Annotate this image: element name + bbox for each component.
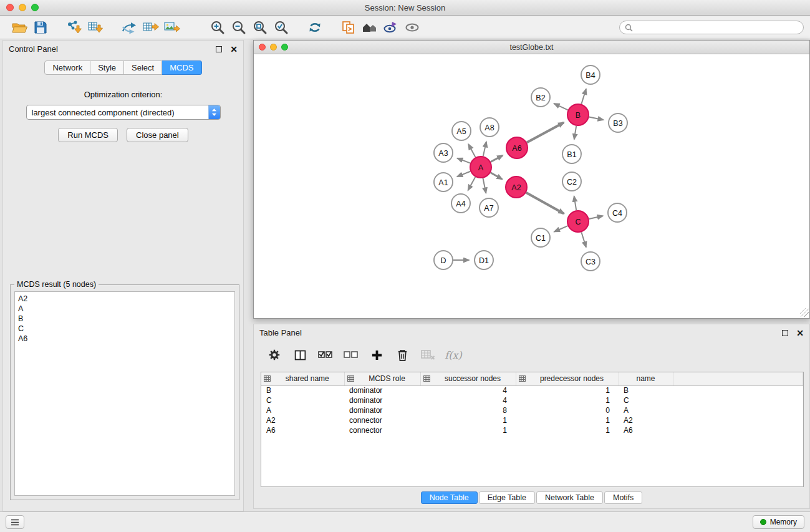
network-node-A4[interactable]: A4 — [451, 194, 470, 213]
delete-row-button[interactable] — [394, 347, 410, 362]
network-canvas[interactable]: A5A8A3AA1A4A7A6A2B2B4BB3B1C2C4CC1C3DD1 — [254, 54, 809, 317]
column-header-mcds-role[interactable]: MCDS role — [344, 372, 420, 385]
zoom-out-button[interactable] — [228, 18, 249, 37]
import-table-button[interactable] — [85, 18, 106, 37]
table-settings-button[interactable] — [266, 347, 282, 362]
float-panel-icon[interactable] — [216, 46, 222, 52]
table-cell[interactable]: A2 — [619, 415, 673, 425]
tab-mcds[interactable]: MCDS — [162, 60, 201, 75]
table-cell[interactable]: connector — [344, 425, 420, 435]
close-window-icon[interactable] — [6, 4, 14, 11]
network-node-C2[interactable]: C2 — [562, 172, 581, 191]
network-edge-A6-B[interactable] — [527, 122, 564, 142]
network-node-A8[interactable]: A8 — [480, 118, 499, 137]
column-header-name[interactable]: name — [619, 372, 673, 385]
tab-style[interactable]: Style — [90, 60, 124, 75]
save-session-button[interactable] — [30, 18, 51, 37]
table-cell[interactable]: A6 — [619, 425, 673, 435]
table-cell[interactable]: C — [619, 395, 673, 405]
column-header-successor-nodes[interactable]: successor nodes — [420, 372, 516, 385]
network-node-A7[interactable]: A7 — [480, 198, 498, 217]
tab-edge-table[interactable]: Edge Table — [479, 491, 535, 504]
network-edge-B-B3[interactable] — [589, 117, 604, 120]
float-table-panel-icon[interactable] — [782, 330, 788, 336]
network-node-A2[interactable]: A2 — [506, 177, 527, 198]
table-row[interactable]: A6connector11A6 — [261, 425, 803, 435]
network-edge-A-A7[interactable] — [483, 178, 486, 193]
table-cell[interactable] — [673, 415, 803, 425]
run-mcds-button[interactable]: Run MCDS — [58, 128, 118, 142]
mcds-result-item[interactable]: B — [18, 314, 231, 324]
network-edge-A2-C[interactable] — [526, 193, 564, 214]
table-cell[interactable]: C — [261, 395, 344, 405]
network-edge-C-C4[interactable] — [589, 216, 603, 219]
network-node-C1[interactable]: C1 — [531, 228, 550, 247]
tab-network-table[interactable]: Network Table — [536, 491, 603, 504]
tab-motifs[interactable]: Motifs — [604, 491, 642, 504]
mcds-result-item[interactable]: A6 — [18, 334, 231, 344]
network-edge-A-A3[interactable] — [457, 158, 470, 163]
network-node-C4[interactable]: C4 — [608, 203, 627, 222]
network-node-B3[interactable]: B3 — [609, 114, 627, 132]
minimize-network-window-icon[interactable] — [270, 44, 277, 51]
network-edge-A-A4[interactable] — [468, 177, 476, 190]
mcds-result-item[interactable]: A — [18, 304, 231, 314]
table-cell[interactable]: 4 — [420, 395, 516, 405]
network-node-A[interactable]: A — [470, 157, 491, 178]
deselect-all-button[interactable] — [343, 347, 359, 362]
refresh-button[interactable] — [304, 18, 325, 37]
close-panel-button[interactable]: Close panel — [127, 128, 188, 142]
close-table-panel-icon[interactable]: ✕ — [796, 330, 804, 336]
network-edge-C-C2[interactable] — [574, 196, 577, 211]
network-node-A6[interactable]: A6 — [506, 137, 528, 158]
network-node-D[interactable]: D — [434, 251, 453, 269]
table-cell[interactable]: dominator — [344, 405, 420, 415]
column-header-predecessor-nodes[interactable]: predecessor nodes — [516, 372, 619, 385]
table-cell[interactable]: 1 — [516, 395, 619, 405]
table-cell[interactable]: A — [619, 405, 673, 415]
show-graphics-details-button[interactable] — [380, 18, 402, 37]
network-edge-A-A5[interactable] — [468, 144, 475, 157]
table-cell[interactable]: A — [261, 405, 344, 415]
search-box[interactable] — [619, 21, 804, 34]
table-row[interactable]: Adominator80A — [261, 405, 803, 415]
table-row[interactable]: A2connector11A2 — [261, 415, 803, 425]
mcds-result-item[interactable]: C — [18, 324, 231, 334]
network-edge-A-A1[interactable] — [457, 172, 470, 177]
table-cell[interactable]: B — [619, 385, 673, 395]
export-table-button[interactable] — [140, 18, 161, 37]
table-row[interactable]: Cdominator41C — [261, 395, 803, 405]
column-header-shared-name[interactable]: shared name — [261, 372, 344, 385]
network-node-C3[interactable]: C3 — [581, 252, 600, 271]
network-edge-B-B1[interactable] — [574, 126, 576, 140]
network-node-A1[interactable]: A1 — [434, 173, 453, 191]
table-cell[interactable]: dominator — [344, 385, 420, 395]
column-settings-button[interactable] — [292, 347, 308, 362]
mcds-result-list[interactable]: A2ABCA6 — [14, 291, 235, 496]
status-menu-button[interactable] — [6, 515, 24, 529]
tab-node-table[interactable]: Node Table — [421, 491, 478, 504]
search-input[interactable] — [636, 23, 798, 32]
table-cell[interactable]: 8 — [420, 405, 516, 415]
table-cell[interactable]: A6 — [261, 425, 344, 435]
network-edge-A-A2[interactable] — [491, 173, 503, 180]
import-network-button[interactable] — [64, 18, 85, 37]
table-cell[interactable] — [673, 395, 803, 405]
resize-grip[interactable] — [800, 308, 809, 317]
table-cell[interactable]: 1 — [516, 415, 619, 425]
table-cell[interactable]: A2 — [261, 415, 344, 425]
network-node-B4[interactable]: B4 — [581, 65, 600, 84]
tab-select[interactable]: Select — [124, 60, 162, 75]
table-cell[interactable] — [673, 405, 803, 415]
maximize-network-window-icon[interactable] — [281, 44, 288, 51]
table-cell[interactable]: 1 — [420, 415, 516, 425]
zoom-in-button[interactable] — [207, 18, 228, 37]
table-cell[interactable]: connector — [344, 415, 420, 425]
network-node-A3[interactable]: A3 — [434, 143, 453, 162]
network-node-B2[interactable]: B2 — [531, 88, 550, 107]
table-cell[interactable]: dominator — [344, 395, 420, 405]
network-edge-B-B4[interactable] — [581, 89, 586, 104]
network-edge-A-A8[interactable] — [483, 142, 486, 156]
table-cell[interactable]: 1 — [420, 425, 516, 435]
network-node-D1[interactable]: D1 — [475, 251, 493, 269]
